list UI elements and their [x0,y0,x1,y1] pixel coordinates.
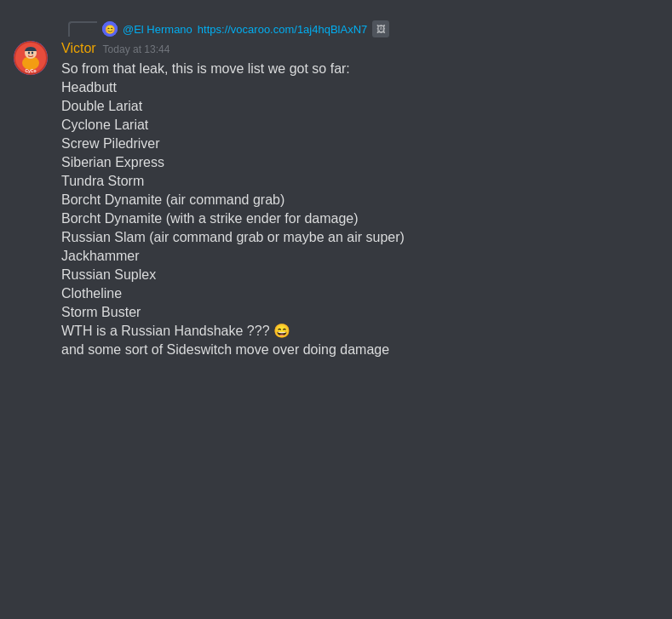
message-content: Victor Today at 13:44 So from that leak,… [61,41,658,359]
message-line: Borcht Dynamite (with a strike ender for… [61,209,658,228]
username: Victor [61,41,96,56]
svg-text:😊: 😊 [105,24,116,35]
message-text: So from that leak, this is move list we … [61,60,658,359]
message-line: Russian Slam (air command grab or maybe … [61,228,658,247]
message-line: WTH is a Russian Handshake ??? 😄 [61,322,658,341]
timestamp: Today at 13:44 [103,43,170,55]
message-line: Russian Suplex [61,266,658,284]
message-main: CyCo Victor Today at 13:44 So from that … [14,41,658,359]
message-line: So from that leak, this is move list we … [61,60,658,78]
svg-text:CyCo: CyCo [25,68,36,73]
message-line: and some sort of Sideswitch move over do… [61,341,658,359]
message-line: Clotheline [61,284,658,303]
reply-link[interactable]: https://vocaroo.com/1aj4hqBlAxN7 [198,23,367,36]
message-line: Double Lariat [61,97,658,116]
message-line: Jackhammer [61,247,658,266]
reply-image-icon: 🖼 [372,20,389,37]
message-line: Siberian Express [61,153,658,172]
message-line: Tundra Storm [61,172,658,191]
avatar: CyCo [14,41,48,75]
svg-point-7 [32,52,33,54]
reply-bar: 😊 @El Hermano https://vocaroo.com/1aj4hq… [61,20,658,37]
message-line: Headbutt [61,78,658,97]
message-line: Cyclone Lariat [61,116,658,135]
message-group: 😊 @El Hermano https://vocaroo.com/1aj4hq… [0,14,672,363]
message-line: Screw Piledriver [61,135,658,153]
svg-point-6 [28,52,30,54]
message-header: Victor Today at 13:44 [61,41,658,56]
message-line: Borcht Dynamite (air command grab) [61,191,658,209]
message-line: Storm Buster [61,303,658,322]
reply-connector [68,21,97,37]
reply-avatar: 😊 [102,21,118,37]
reply-at-username: @El Hermano [123,23,192,36]
